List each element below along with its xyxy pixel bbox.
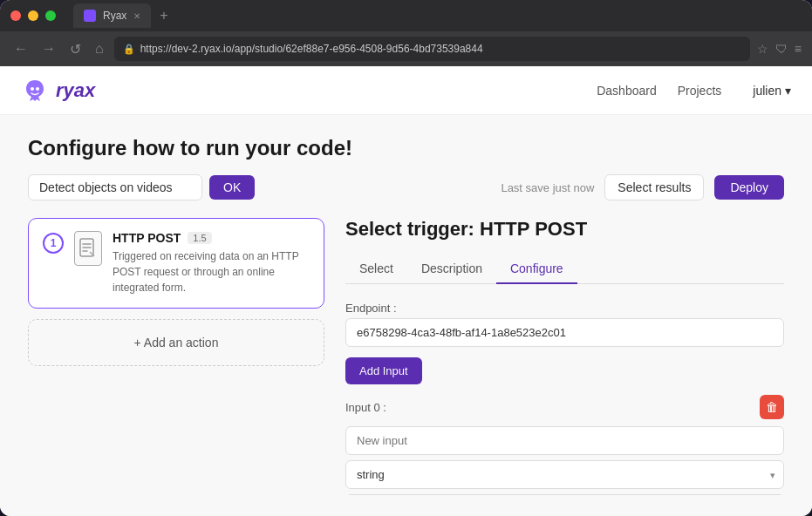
fullscreen-traffic-light[interactable] — [45, 10, 56, 21]
app-name-input[interactable] — [28, 174, 202, 200]
content-area: 1 HTTP POST 1.5 — [28, 218, 784, 495]
toolbar-right-section: Last save just now Select results Deploy — [501, 174, 784, 200]
last-save-text: Last save just now — [501, 181, 594, 194]
close-traffic-light[interactable] — [10, 10, 21, 21]
browser-titlebar: Ryax ✕ + — [0, 0, 812, 31]
action-desc: Triggered on receiving data on an HTTP P… — [113, 248, 310, 295]
tab-bar: Ryax ✕ + — [73, 3, 168, 28]
input-type-select[interactable]: string — [345, 460, 784, 489]
browser-toolbar: ← → ↺ ⌂ 🔒 https://dev-2.ryax.io/app/stud… — [0, 31, 812, 66]
add-action-label: + Add an action — [134, 336, 219, 350]
minimize-traffic-light[interactable] — [28, 10, 38, 21]
endpoint-label: Endpoint : — [345, 302, 784, 315]
endpoint-section: Endpoint : — [345, 302, 784, 347]
logo-icon — [21, 77, 49, 105]
right-panel: Select trigger: HTTP POST Select Descrip… — [345, 218, 784, 495]
input-type-select-wrapper: string ▾ — [345, 460, 784, 489]
user-menu-arrow: ▾ — [785, 84, 791, 98]
action-badge: 1.5 — [188, 232, 211, 244]
user-name: julien — [753, 84, 781, 98]
tab-description[interactable]: Description — [407, 255, 496, 284]
step-number: 1 — [43, 233, 64, 254]
lock-icon: 🔒 — [123, 44, 135, 55]
tabs-row: Select Description Configure — [345, 255, 784, 284]
dashboard-nav-link[interactable]: Dashboard — [597, 84, 657, 98]
svg-point-1 — [36, 87, 39, 91]
input-group-label: Input 0 : — [345, 401, 386, 414]
left-panel: 1 HTTP POST 1.5 — [28, 218, 324, 495]
input-help-field[interactable] — [345, 494, 784, 495]
home-button[interactable]: ⌂ — [92, 37, 107, 60]
action-info: HTTP POST 1.5 Triggered on receiving dat… — [113, 231, 310, 295]
main-layout: Configure how to run your code! OK Last … — [0, 115, 812, 516]
menu-button[interactable]: ≡ — [795, 42, 802, 56]
endpoint-input[interactable] — [345, 318, 784, 347]
user-menu[interactable]: julien ▾ — [753, 84, 791, 98]
browser-window: Ryax ✕ + ← → ↺ ⌂ 🔒 https://dev-2.ryax.io… — [0, 0, 812, 516]
trigger-title: Select trigger: HTTP POST — [345, 218, 784, 241]
header-nav: Dashboard Projects julien ▾ — [597, 84, 791, 98]
tab-close-button[interactable]: ✕ — [133, 11, 140, 21]
extensions-button[interactable]: 🛡 — [775, 42, 788, 56]
action-icon — [74, 231, 102, 266]
input-name-field[interactable] — [345, 426, 784, 455]
svg-point-0 — [31, 87, 34, 91]
configure-form: Endpoint : Add Input Input 0 : 🗑 — [345, 302, 784, 495]
bookmark-button[interactable]: ☆ — [757, 42, 768, 56]
action-card[interactable]: 1 HTTP POST 1.5 — [28, 218, 324, 309]
action-title: HTTP POST 1.5 — [113, 231, 310, 245]
refresh-button[interactable]: ↺ — [66, 37, 85, 61]
input-group-header: Input 0 : 🗑 — [345, 395, 784, 419]
logo: ryax — [21, 77, 95, 105]
select-results-button[interactable]: Select results — [604, 174, 704, 200]
forward-button[interactable]: → — [38, 37, 59, 60]
active-tab[interactable]: Ryax ✕ — [73, 3, 151, 28]
projects-nav-link[interactable]: Projects — [678, 84, 722, 98]
tab-configure[interactable]: Configure — [496, 255, 577, 284]
tab-select[interactable]: Select — [345, 255, 407, 284]
deploy-button[interactable]: Deploy — [714, 175, 784, 200]
app-content: ryax Dashboard Projects julien ▾ Configu… — [0, 66, 812, 516]
delete-input-button[interactable]: 🗑 — [760, 395, 784, 419]
input-group: string ▾ — [345, 426, 784, 495]
address-bar[interactable]: 🔒 https://dev-2.ryax.io/app/studio/62ef8… — [114, 37, 750, 61]
add-action-card[interactable]: + Add an action — [28, 319, 324, 366]
input-group-section: Input 0 : 🗑 string ▾ — [345, 395, 784, 495]
page-title: Configure how to run your code! — [28, 136, 784, 160]
app-header: ryax Dashboard Projects julien ▾ — [0, 66, 812, 115]
logo-text: ryax — [56, 79, 95, 102]
toolbar-row: OK Last save just now Select results Dep… — [28, 174, 784, 200]
back-button[interactable]: ← — [10, 37, 31, 60]
address-text: https://dev-2.ryax.io/app/studio/62ef88e… — [140, 43, 483, 55]
new-tab-button[interactable]: + — [160, 8, 167, 24]
ok-button[interactable]: OK — [209, 175, 255, 200]
tab-favicon — [84, 10, 96, 22]
add-input-button[interactable]: Add Input — [345, 357, 422, 384]
tab-title: Ryax — [103, 10, 126, 22]
